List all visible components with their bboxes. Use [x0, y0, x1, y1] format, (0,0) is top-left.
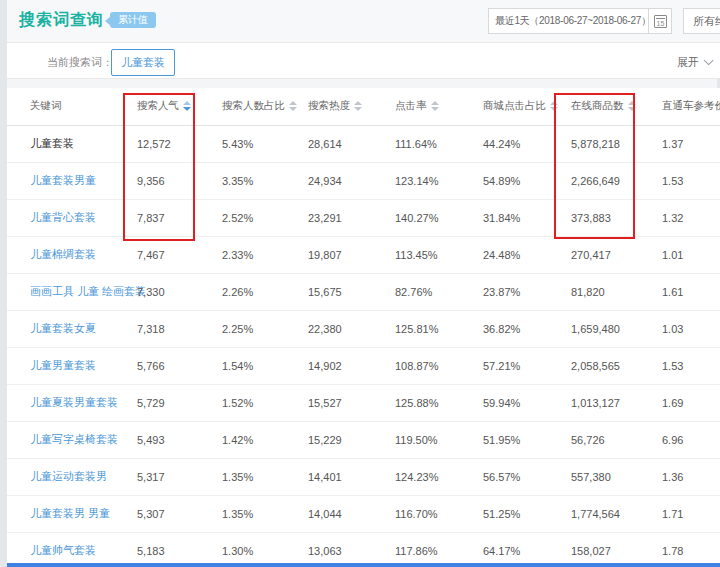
page-left-gutter [0, 0, 7, 567]
keyword-link[interactable]: 儿童套装男 男童 [7, 495, 130, 532]
cell-searcher-ratio: 2.33% [215, 236, 301, 273]
cell-click-rate: 82.76% [388, 273, 476, 310]
badge-arrow-icon [105, 17, 110, 25]
cell-search-heat: 13,063 [301, 532, 388, 567]
expand-toggle[interactable]: 展开 [677, 55, 710, 70]
search-terms-table: 关键词搜索人气搜索人数占比搜索热度点击率商城点击占比在线商品数直通车参考价 儿童… [7, 88, 720, 567]
keyword-link[interactable]: 画画工具 儿童 绘画套装 [7, 273, 130, 310]
cell-ztc-ref-price: 1.78 [655, 532, 720, 567]
calendar-button[interactable]: 15 [648, 8, 672, 34]
top-header-bar: 搜索词查询 累计值 最近1天（2018-06-27~2018-06-27） 15… [7, 0, 720, 42]
cell-search-heat: 28,614 [301, 125, 388, 162]
keyword-link[interactable]: 儿童套装女夏 [7, 310, 130, 347]
column-label: 搜索热度 [308, 99, 350, 111]
table-row: 儿童套装12,5725.43%28,614111.64%44.24%5,878,… [7, 125, 720, 162]
table-row: 儿童套装男 男童5,3071.35%14,044116.70%51.25%1,7… [7, 495, 720, 532]
sort-icon[interactable] [354, 101, 362, 111]
keyword-link[interactable]: 儿童棉绸套装 [7, 236, 130, 273]
keyword-link[interactable]: 儿童夏装男童套装 [7, 384, 130, 421]
table-row: 儿童背心套装7,8372.52%23,291140.27%31.84%373,8… [7, 199, 720, 236]
cell-searcher-ratio: 1.42% [215, 421, 301, 458]
column-header-search-popularity[interactable]: 搜索人气 [130, 88, 215, 125]
search-terms-table-panel: 关键词搜索人气搜索人数占比搜索热度点击率商城点击占比在线商品数直通车参考价 儿童… [7, 88, 720, 567]
cell-searcher-ratio: 2.52% [215, 199, 301, 236]
cell-mall-click-ratio: 57.21% [476, 347, 564, 384]
cell-search-heat: 24,934 [301, 162, 388, 199]
cell-searcher-ratio: 2.26% [215, 273, 301, 310]
cell-searcher-ratio: 1.35% [215, 495, 301, 532]
cell-ztc-ref-price: 1.53 [655, 162, 720, 199]
column-label: 关键词 [30, 99, 62, 111]
sort-icon[interactable] [183, 101, 191, 111]
column-header-searcher-ratio[interactable]: 搜索人数占比 [215, 88, 301, 125]
cell-click-rate: 108.87% [388, 347, 476, 384]
cell-search-popularity: 12,572 [130, 125, 215, 162]
column-label: 搜索人气 [137, 99, 179, 111]
cell-search-popularity: 7,330 [130, 273, 215, 310]
cell-search-popularity: 5,729 [130, 384, 215, 421]
keyword-link[interactable]: 儿童背心套装 [7, 199, 130, 236]
cell-search-popularity: 5,766 [130, 347, 215, 384]
search-term-chip[interactable]: 儿童套装 [111, 49, 175, 76]
keyword-link[interactable]: 儿童套装男童 [7, 162, 130, 199]
cell-click-rate: 113.45% [388, 236, 476, 273]
table-row: 儿童写字桌椅套装5,4931.42%15,229119.50%51.95%56,… [7, 421, 720, 458]
cell-ztc-ref-price: 1.61 [655, 273, 720, 310]
cell-click-rate: 117.86% [388, 532, 476, 567]
terminal-filter-dropdown[interactable]: 所有终端 [683, 8, 720, 34]
sort-icon[interactable] [628, 101, 636, 111]
cell-search-heat: 19,807 [301, 236, 388, 273]
table-row: 儿童男童套装5,7661.54%14,902108.87%57.21%2,058… [7, 347, 720, 384]
cell-ztc-ref-price: 1.69 [655, 384, 720, 421]
cell-search-heat: 15,229 [301, 421, 388, 458]
current-search-term-label: 当前搜索词： [47, 55, 113, 70]
cell-search-heat: 15,527 [301, 384, 388, 421]
column-header-ztc-ref-price[interactable]: 直通车参考价 [655, 88, 720, 125]
date-range-label: 最近1天（2018-06-27~2018-06-27） [495, 15, 648, 26]
column-header-keyword: 关键词 [7, 88, 130, 125]
cell-searcher-ratio: 5.43% [215, 125, 301, 162]
cell-searcher-ratio: 1.52% [215, 384, 301, 421]
cell-search-popularity: 5,183 [130, 532, 215, 567]
cell-search-popularity: 5,317 [130, 458, 215, 495]
chevron-down-icon [704, 55, 714, 65]
keyword-link[interactable]: 儿童运动套装男 [7, 458, 130, 495]
cell-mall-click-ratio: 54.89% [476, 162, 564, 199]
column-header-mall-click-ratio[interactable]: 商城点击占比 [476, 88, 564, 125]
sort-icon[interactable] [550, 101, 558, 111]
cell-click-rate: 125.88% [388, 384, 476, 421]
cell-online-products: 158,027 [564, 532, 655, 567]
current-search-term-bar: 当前搜索词： 儿童套装 展开 [7, 42, 720, 79]
cell-search-heat: 23,291 [301, 199, 388, 236]
keyword-link[interactable]: 儿童男童套装 [7, 347, 130, 384]
cell-searcher-ratio: 2.25% [215, 310, 301, 347]
table-row: 儿童套装女夏7,3182.25%22,380125.81%36.82%1,659… [7, 310, 720, 347]
table-row: 儿童帅气套装5,1831.30%13,063117.86%64.17%158,0… [7, 532, 720, 567]
cell-mall-click-ratio: 23.87% [476, 273, 564, 310]
cell-click-rate: 119.50% [388, 421, 476, 458]
cell-online-products: 1,013,127 [564, 384, 655, 421]
cell-searcher-ratio: 3.35% [215, 162, 301, 199]
column-header-click-rate[interactable]: 点击率 [388, 88, 476, 125]
expand-label: 展开 [677, 56, 699, 68]
sort-icon[interactable] [289, 101, 297, 111]
column-header-online-products[interactable]: 在线商品数 [564, 88, 655, 125]
cell-searcher-ratio: 1.54% [215, 347, 301, 384]
cell-search-heat: 15,675 [301, 273, 388, 310]
cell-search-heat: 14,044 [301, 495, 388, 532]
table-row: 儿童套装男童9,3563.35%24,934123.14%54.89%2,266… [7, 162, 720, 199]
column-header-search-heat[interactable]: 搜索热度 [301, 88, 388, 125]
column-label: 商城点击占比 [483, 99, 546, 111]
cell-mall-click-ratio: 64.17% [476, 532, 564, 567]
date-range-selector[interactable]: 最近1天（2018-06-27~2018-06-27） [488, 8, 648, 34]
cell-mall-click-ratio: 31.84% [476, 199, 564, 236]
sort-icon[interactable] [431, 101, 439, 111]
cell-online-products: 81,820 [564, 273, 655, 310]
keyword-link[interactable]: 儿童写字桌椅套装 [7, 421, 130, 458]
table-row: 儿童棉绸套装7,4672.33%19,807113.45%24.48%270,4… [7, 236, 720, 273]
cell-online-products: 56,726 [564, 421, 655, 458]
cell-search-heat: 14,902 [301, 347, 388, 384]
keyword-link[interactable]: 儿童帅气套装 [7, 532, 130, 567]
cell-click-rate: 124.23% [388, 458, 476, 495]
cell-search-popularity: 7,318 [130, 310, 215, 347]
